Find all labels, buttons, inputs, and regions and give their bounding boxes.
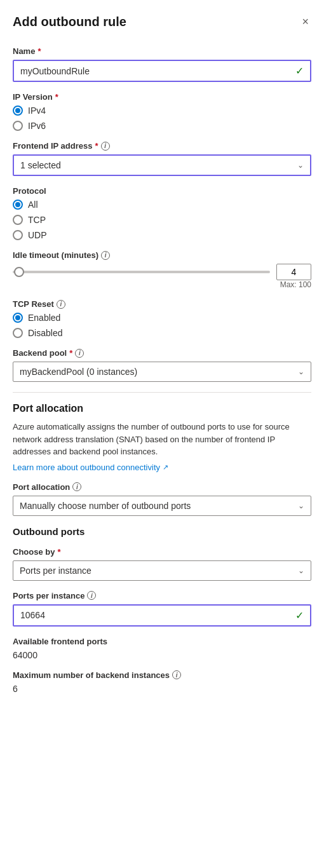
choose-by-chevron-icon: ⌄ xyxy=(298,566,304,575)
frontend-ip-required-star: * xyxy=(95,141,98,151)
choose-by-value: Ports per instance xyxy=(20,566,91,576)
idle-timeout-info-icon[interactable]: i xyxy=(101,251,110,260)
ip-version-field-group: IP Version * IPv4 IPv6 xyxy=(13,92,311,131)
port-allocation-info-icon[interactable]: i xyxy=(72,482,81,491)
radio-udp-input[interactable] xyxy=(13,230,23,240)
name-field-group: Name * myOutboundRule ✓ xyxy=(13,46,311,82)
backend-pool-info-icon[interactable]: i xyxy=(75,349,84,358)
name-input-container[interactable]: myOutboundRule ✓ xyxy=(13,60,311,82)
port-allocation-label: Port allocation i xyxy=(13,482,311,492)
frontend-ip-dropdown[interactable]: 1 selected ⌄ xyxy=(13,154,311,176)
radio-enabled-input[interactable] xyxy=(13,313,23,323)
radio-ipv4-input[interactable] xyxy=(13,105,23,116)
protocol-radio-group: All TCP UDP xyxy=(13,200,311,240)
close-button[interactable]: × xyxy=(299,13,311,31)
idle-timeout-field-group: Idle timeout (minutes) i Max: 100 xyxy=(13,250,311,289)
backend-pool-label: Backend pool * i xyxy=(13,348,311,358)
radio-ipv6[interactable]: IPv6 xyxy=(13,121,311,131)
outbound-ports-subsection: Outbound ports xyxy=(13,526,311,537)
radio-disabled-label: Disabled xyxy=(28,328,62,338)
radio-ipv4[interactable]: IPv4 xyxy=(13,105,311,116)
outbound-ports-title: Outbound ports xyxy=(13,526,311,537)
radio-all-input[interactable] xyxy=(13,200,23,210)
radio-tcp-label: TCP xyxy=(28,215,46,225)
ports-per-instance-field-group: Ports per instance i 10664 ✓ xyxy=(13,591,311,627)
name-check-icon: ✓ xyxy=(295,65,304,77)
port-allocation-dropdown[interactable]: Manually choose number of outbound ports… xyxy=(13,496,311,516)
port-allocation-section-title: Port allocation xyxy=(13,403,311,414)
outbound-connectivity-link[interactable]: Learn more about outbound connectivity ↗ xyxy=(13,463,168,472)
radio-enabled[interactable]: Enabled xyxy=(13,313,311,323)
port-allocation-section: Port allocation Azure automatically assi… xyxy=(13,403,311,472)
name-label: Name * xyxy=(13,46,311,56)
available-frontend-ports-group: Available frontend ports 64000 xyxy=(13,637,311,660)
tcp-reset-label: TCP Reset i xyxy=(13,299,311,309)
radio-ipv4-label: IPv4 xyxy=(28,105,46,116)
tcp-reset-field-group: TCP Reset i Enabled Disabled xyxy=(13,299,311,338)
max-backend-instances-value: 6 xyxy=(13,684,311,694)
radio-udp[interactable]: UDP xyxy=(13,230,311,240)
backend-pool-required-star: * xyxy=(69,348,72,358)
tcp-reset-info-icon[interactable]: i xyxy=(57,300,65,309)
choose-by-required-star: * xyxy=(57,547,60,557)
idle-timeout-label: Idle timeout (minutes) i xyxy=(13,250,311,260)
divider-1 xyxy=(13,392,311,393)
radio-udp-label: UDP xyxy=(28,230,47,240)
radio-disabled-input[interactable] xyxy=(13,328,23,338)
idle-timeout-slider-thumb[interactable] xyxy=(14,267,24,277)
radio-all-label: All xyxy=(28,200,38,210)
port-allocation-description: Azure automatically assigns the number o… xyxy=(13,421,311,458)
choose-by-label: Choose by * xyxy=(13,547,311,557)
backend-pool-field-group: Backend pool * i myBackendPool (0 instan… xyxy=(13,348,311,382)
frontend-ip-label: Frontend IP address * i xyxy=(13,141,311,151)
port-allocation-chevron-icon: ⌄ xyxy=(298,501,304,510)
backend-pool-dropdown[interactable]: myBackendPool (0 instances) ⌄ xyxy=(13,362,311,382)
page-title: Add outbound rule xyxy=(13,15,126,29)
choose-by-dropdown[interactable]: Ports per instance ⌄ xyxy=(13,560,311,581)
backend-pool-chevron-icon: ⌄ xyxy=(298,367,304,376)
radio-tcp-input[interactable] xyxy=(13,215,23,225)
external-link-icon: ↗ xyxy=(163,463,168,471)
name-required-star: * xyxy=(37,46,41,56)
frontend-ip-chevron-icon: ⌄ xyxy=(297,161,304,170)
frontend-ip-value: 1 selected xyxy=(20,160,61,170)
radio-ipv6-label: IPv6 xyxy=(28,121,46,131)
idle-timeout-slider[interactable] xyxy=(13,271,270,273)
ports-per-instance-input-container[interactable]: 10664 ✓ xyxy=(13,604,311,627)
max-backend-instances-info-icon[interactable]: i xyxy=(172,670,181,679)
port-allocation-field-group: Port allocation i Manually choose number… xyxy=(13,482,311,516)
frontend-ip-info-icon[interactable]: i xyxy=(101,142,110,151)
available-frontend-ports-label: Available frontend ports xyxy=(13,637,311,646)
available-frontend-ports-value: 64000 xyxy=(13,650,311,660)
ports-per-instance-info-icon[interactable]: i xyxy=(87,591,96,600)
backend-pool-value: myBackendPool (0 instances) xyxy=(20,367,137,377)
ip-version-radio-group: IPv4 IPv6 xyxy=(13,105,311,131)
ip-version-required-star: * xyxy=(55,92,58,102)
idle-timeout-max-text: Max: 100 xyxy=(13,280,311,289)
page-header: Add outbound rule × xyxy=(13,13,311,31)
radio-disabled[interactable]: Disabled xyxy=(13,328,311,338)
name-input-value: myOutboundRule xyxy=(20,66,90,76)
protocol-label: Protocol xyxy=(13,186,311,196)
max-backend-instances-label: Maximum number of backend instances i xyxy=(13,670,311,680)
radio-enabled-label: Enabled xyxy=(28,313,60,323)
max-backend-instances-group: Maximum number of backend instances i 6 xyxy=(13,670,311,694)
tcp-reset-radio-group: Enabled Disabled xyxy=(13,313,311,338)
protocol-field-group: Protocol All TCP UDP xyxy=(13,186,311,240)
idle-timeout-value-input[interactable] xyxy=(276,264,311,280)
radio-all[interactable]: All xyxy=(13,200,311,210)
port-allocation-value: Manually choose number of outbound ports xyxy=(20,501,191,511)
ports-per-instance-check-icon: ✓ xyxy=(295,609,304,621)
ports-per-instance-label: Ports per instance i xyxy=(13,591,311,600)
frontend-ip-field-group: Frontend IP address * i 1 selected ⌄ xyxy=(13,141,311,176)
radio-tcp[interactable]: TCP xyxy=(13,215,311,225)
radio-ipv6-input[interactable] xyxy=(13,121,23,131)
ports-per-instance-value: 10664 xyxy=(20,610,45,620)
choose-by-field-group: Choose by * Ports per instance ⌄ xyxy=(13,547,311,581)
ip-version-label: IP Version * xyxy=(13,92,311,102)
idle-timeout-slider-container xyxy=(13,264,311,280)
